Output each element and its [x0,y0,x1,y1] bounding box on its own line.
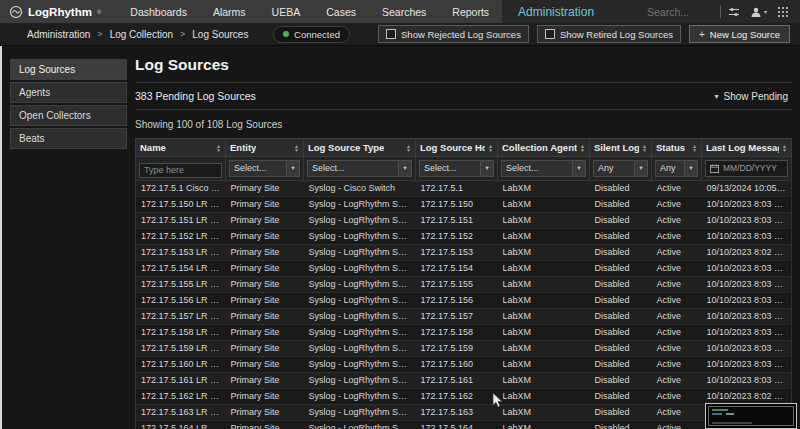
table-cell: LabXM [498,180,590,196]
name-filter-input[interactable] [139,163,222,178]
column-header-collection-agent[interactable]: Collection Agent▲▼ [498,139,590,157]
table-row[interactable]: 172.17.5.155 LR Sysl...Primary SiteSyslo… [136,276,792,292]
column-label: Name [140,142,166,153]
log-source-type-filter-select[interactable]: Select...▼ [307,160,412,177]
sort-icon[interactable]: ▲▼ [689,144,697,152]
table-cell: Active [652,228,702,244]
sort-icon[interactable]: ▲▼ [485,144,493,152]
logrhythm-brand[interactable]: LogRhythm® [0,0,117,23]
nav-item-cases[interactable]: Cases [313,0,369,23]
table-row[interactable]: 172.17.5.163 LR Sysl...Primary SiteSyslo… [136,404,792,420]
connected-dot-icon [283,31,289,37]
table-cell: 09/13/2024 10:05 am [702,180,792,196]
table-row[interactable]: 172.17.5.161 LR Sysl...Primary SiteSyslo… [136,372,792,388]
chevron-down-icon: ▼ [286,161,299,176]
table-cell: LabXM [498,260,590,276]
search-input[interactable] [645,5,713,19]
table-row[interactable]: 172.17.5.164 LR Sysl...Primary SiteSyslo… [136,420,792,429]
table-cell: Primary Site [226,180,304,196]
chevron-down-icon: ▼ [684,161,697,176]
sort-icon[interactable]: ▲▼ [639,144,647,152]
table-row[interactable]: 172.17.5.153 LR Sysl...Primary SiteSyslo… [136,244,792,260]
breadcrumb-item-log-collection[interactable]: Log Collection [110,29,173,40]
sidebar-item-beats[interactable]: Beats [10,128,127,149]
table-cell: Disabled [590,276,652,292]
apps-grid-icon[interactable] [777,6,789,18]
breadcrumb-item-administration[interactable]: Administration [27,29,90,40]
table-cell: 172.17.5.154 LR Sysl... [136,260,226,276]
column-header-name[interactable]: Name▲▼ [136,139,226,157]
status-filter-select[interactable]: Any▼ [655,160,698,177]
show-retired-checkbox[interactable]: Show Retired Log Sources [537,25,681,43]
table-row[interactable]: 172.17.5.158 LR Sysl...Primary SiteSyslo… [136,324,792,340]
breadcrumb-item-log-sources[interactable]: Log Sources [192,29,248,40]
collection-agent-filter-select[interactable]: Select...▼ [501,160,586,177]
sort-icon[interactable]: ▲▼ [213,144,221,152]
table-cell: 172.17.5.164 [416,420,498,429]
nav-item-searches[interactable]: Searches [369,0,439,23]
table-cell: Syslog - LogRhythm Syslog Ge... [304,244,416,260]
table-cell: Active [652,404,702,420]
sort-icon[interactable]: ▲▼ [291,144,299,152]
user-menu-button[interactable]: ▾ [750,6,767,18]
table-row[interactable]: 172.17.5.157 LR Sysl...Primary SiteSyslo… [136,308,792,324]
silent-log-s-filter-select[interactable]: Any▼ [593,160,648,177]
table-cell: 172.17.5.1 [416,180,498,196]
show-pending-toggle[interactable]: ▾ Show Pending [714,91,792,102]
table-row[interactable]: 172.17.5.159 LR Sysl...Primary SiteSyslo… [136,340,792,356]
checkbox-icon [545,29,555,39]
table-cell: Disabled [590,340,652,356]
table-cell: 10/10/2023 8:02 am [702,388,792,404]
sidebar-item-log-sources[interactable]: Log Sources [10,59,127,80]
filter-select-value: Any [594,163,634,173]
entity-filter-select[interactable]: Select...▼ [229,160,300,177]
column-header-log-source-host[interactable]: Log Source Host▲▼ [416,139,498,157]
table-cell: Active [652,180,702,196]
table-row[interactable]: 172.17.5.1 Cisco Swit...Primary SiteSysl… [136,180,792,196]
table-row[interactable]: 172.17.5.162 LR Sysl...Primary SiteSyslo… [136,388,792,404]
top-navigation: LogRhythm® DashboardsAlarmsUEBACasesSear… [0,0,800,23]
column-header-status[interactable]: Status▲▼ [652,139,702,157]
sidebar-item-agents[interactable]: Agents [10,82,127,103]
table-cell: Primary Site [226,404,304,420]
new-log-source-button[interactable]: + New Log Source [689,25,790,43]
sidebar-item-open-collectors[interactable]: Open Collectors [10,105,127,126]
settings-sliders-icon[interactable] [728,6,740,18]
table-row[interactable]: 172.17.5.150 LR Sysl...Primary SiteSyslo… [136,196,792,212]
table-cell: Primary Site [226,228,304,244]
table-cell: Syslog - LogRhythm Syslog Ge... [304,356,416,372]
table-cell: 172.17.5.164 LR Sysl... [136,420,226,429]
show-rejected-label: Show Rejected Log Sources [401,29,521,40]
filter-select-value: Select... [230,163,286,173]
table-row[interactable]: 172.17.5.152 LR Sysl...Primary SiteSyslo… [136,228,792,244]
table-cell: Syslog - LogRhythm Syslog Ge... [304,260,416,276]
column-label: Log Source Host [420,142,485,153]
sort-icon[interactable]: ▲▼ [779,144,787,152]
table-row[interactable]: 172.17.5.151 LR Sysl...Primary SiteSyslo… [136,212,792,228]
column-header-log-source-type[interactable]: Log Source Type▲▼ [304,139,416,157]
sort-icon[interactable]: ▲▼ [403,144,411,152]
column-header-entity[interactable]: Entity▲▼ [226,139,304,157]
show-rejected-checkbox[interactable]: Show Rejected Log Sources [378,25,529,43]
table-row[interactable]: 172.17.5.154 LR Sysl...Primary SiteSyslo… [136,260,792,276]
nav-item-ueba[interactable]: UEBA [259,0,314,23]
column-label: Collection Agent [502,142,577,153]
table-cell: Disabled [590,308,652,324]
log-source-host-filter-select[interactable]: Select...▼ [419,160,494,177]
table-cell: Primary Site [226,276,304,292]
sort-icon[interactable]: ▲▼ [577,144,585,152]
app-window: LogRhythm® DashboardsAlarmsUEBACasesSear… [0,0,800,429]
date-filter[interactable]: MM/DD/YYYY [705,160,788,177]
column-header-silent-log-s[interactable]: Silent Log S...▲▼ [590,139,652,157]
table-row[interactable]: 172.17.5.160 LR Sysl...Primary SiteSyslo… [136,356,792,372]
new-log-source-label: New Log Source [710,29,780,40]
checkbox-icon [386,29,396,39]
table-cell: Disabled [590,372,652,388]
column-header-last-log-message[interactable]: Last Log Message▲▼ [702,139,792,157]
table-cell: 172.17.5.161 LR Sysl... [136,372,226,388]
nav-item-alarms[interactable]: Alarms [200,0,259,23]
nav-item-dashboards[interactable]: Dashboards [117,0,200,23]
nav-item-reports[interactable]: Reports [439,0,502,23]
nav-item-administration[interactable]: Administration [502,5,610,19]
table-row[interactable]: 172.17.5.156 LR Sysl...Primary SiteSyslo… [136,292,792,308]
